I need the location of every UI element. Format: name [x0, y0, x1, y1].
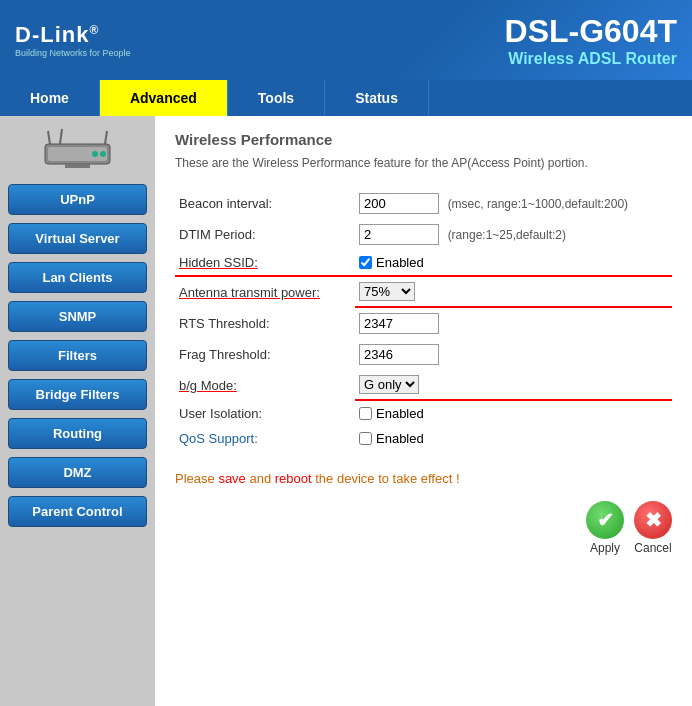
qos-checkbox[interactable]: [359, 432, 372, 445]
reboot-word: reboot: [275, 471, 312, 486]
hidden-ssid-checkbox[interactable]: [359, 256, 372, 269]
apply-label: Apply: [590, 541, 620, 555]
svg-rect-7: [65, 164, 90, 168]
dlink-logo: D-Link® Building Networks for People: [15, 22, 131, 58]
beacon-interval-row: Beacon interval: (msec, range:1~1000,def…: [175, 188, 672, 219]
user-isolation-checkbox-label: Enabled: [359, 406, 668, 421]
save-note: Please save and reboot the device to tak…: [175, 471, 672, 486]
main-content: Wireless Performance These are the Wirel…: [155, 116, 692, 706]
apply-button[interactable]: ✔ Apply: [586, 501, 624, 555]
logo-sub: Building Networks for People: [15, 48, 131, 58]
nav-status[interactable]: Status: [325, 80, 429, 116]
svg-rect-1: [48, 147, 107, 161]
page-title: Wireless Performance: [175, 131, 672, 148]
rts-input[interactable]: [359, 313, 439, 334]
beacon-interval-input[interactable]: [359, 193, 439, 214]
sidebar-item-routing[interactable]: Routing: [8, 418, 147, 449]
save-word: save: [218, 471, 245, 486]
nav-advanced[interactable]: Advanced: [100, 80, 228, 116]
header-title: DSL-G604T Wireless ADSL Router: [505, 13, 677, 68]
rts-label: RTS Threshold:: [175, 307, 355, 339]
sidebar-item-dmz[interactable]: DMZ: [8, 457, 147, 488]
hidden-ssid-enabled-label: Enabled: [376, 255, 424, 270]
frag-input[interactable]: [359, 344, 439, 365]
button-area: ✔ Apply ✖ Cancel: [175, 501, 672, 555]
sidebar-item-filters[interactable]: Filters: [8, 340, 147, 371]
user-isolation-row: User Isolation: Enabled: [175, 400, 672, 426]
sidebar-item-virtual-server[interactable]: Virtual Server: [8, 223, 147, 254]
frag-label: Frag Threshold:: [175, 339, 355, 370]
svg-point-2: [92, 151, 98, 157]
beacon-interval-label: Beacon interval:: [175, 188, 355, 219]
cancel-button[interactable]: ✖ Cancel: [634, 501, 672, 555]
model-subtitle: Wireless ADSL Router: [505, 50, 677, 68]
svg-line-6: [105, 131, 107, 144]
nav-home[interactable]: Home: [0, 80, 100, 116]
dtim-input[interactable]: [359, 224, 439, 245]
qos-support-row: QoS Support: Enabled: [175, 426, 672, 451]
qos-checkbox-label: Enabled: [359, 431, 668, 446]
qos-label: QoS Support:: [179, 431, 258, 446]
sidebar-item-bridge-filters[interactable]: Bridge Filters: [8, 379, 147, 410]
svg-line-4: [48, 131, 50, 144]
dtim-hint: (range:1~25,default:2): [448, 228, 566, 242]
hidden-ssid-row: Hidden SSID: Enabled: [175, 250, 672, 276]
svg-line-5: [60, 129, 62, 144]
svg-point-3: [100, 151, 106, 157]
bg-mode-label: b/g Mode:: [179, 378, 237, 393]
bg-mode-row: b/g Mode: G only B only Mixed: [175, 370, 672, 400]
user-isolation-checkbox[interactable]: [359, 407, 372, 420]
beacon-interval-hint: (msec, range:1~1000,default:200): [448, 197, 628, 211]
apply-circle[interactable]: ✔: [586, 501, 624, 539]
router-icon: [40, 126, 115, 171]
user-isolation-label: User Isolation:: [175, 400, 355, 426]
dtim-period-row: DTIM Period: (range:1~25,default:2): [175, 219, 672, 250]
antenna-power-select[interactable]: 75% 50% 25% 100%: [359, 282, 415, 301]
cancel-circle[interactable]: ✖: [634, 501, 672, 539]
qos-enabled-label: Enabled: [376, 431, 424, 446]
settings-form: Beacon interval: (msec, range:1~1000,def…: [175, 188, 672, 451]
router-logo-container: [8, 126, 147, 171]
sidebar-item-parent-control[interactable]: Parent Control: [8, 496, 147, 527]
nav-bar: Home Advanced Tools Status: [0, 80, 692, 116]
sidebar: UPnP Virtual Server Lan Clients SNMP Fil…: [0, 116, 155, 706]
sidebar-item-snmp[interactable]: SNMP: [8, 301, 147, 332]
cancel-label: Cancel: [634, 541, 671, 555]
sidebar-item-upnp[interactable]: UPnP: [8, 184, 147, 215]
sidebar-item-lan-clients[interactable]: Lan Clients: [8, 262, 147, 293]
antenna-power-row: Antenna transmit power: 75% 50% 25% 100%: [175, 276, 672, 307]
hidden-ssid-checkbox-label: Enabled: [359, 255, 668, 270]
antenna-label: Antenna transmit power:: [179, 285, 320, 300]
bg-mode-select[interactable]: G only B only Mixed: [359, 375, 419, 394]
rts-threshold-row: RTS Threshold:: [175, 307, 672, 339]
model-name: DSL-G604T: [505, 13, 677, 50]
layout: UPnP Virtual Server Lan Clients SNMP Fil…: [0, 116, 692, 706]
page-desc: These are the Wireless Performance featu…: [175, 156, 672, 170]
logo-name: D-Link®: [15, 22, 131, 48]
hidden-ssid-label: Hidden SSID:: [179, 255, 258, 270]
user-isolation-enabled-label: Enabled: [376, 406, 424, 421]
nav-tools[interactable]: Tools: [228, 80, 325, 116]
header: D-Link® Building Networks for People DSL…: [0, 0, 692, 80]
dtim-label: DTIM Period:: [175, 219, 355, 250]
frag-threshold-row: Frag Threshold:: [175, 339, 672, 370]
